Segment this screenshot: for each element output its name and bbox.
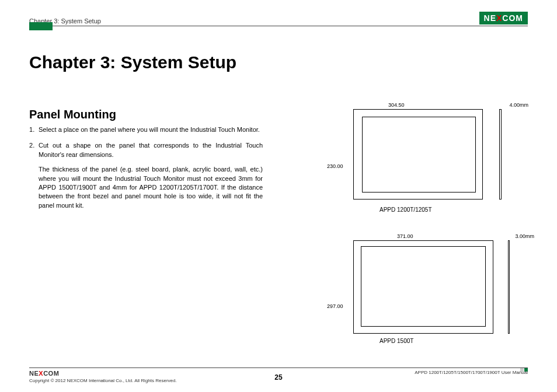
manual-name: APPD 1200T/1205T/1500T/1700T/1900T User … bbox=[415, 370, 528, 375]
logo-text-post: COM bbox=[502, 13, 523, 23]
logo-text-pre: NE bbox=[484, 13, 496, 23]
diagram-appd-1200t: 304.50 4.00mm 230.00 APPD 1200T/1205T bbox=[321, 102, 531, 213]
monitor-outline bbox=[361, 246, 486, 327]
side-profile bbox=[499, 109, 502, 200]
dim-height: 230.00 bbox=[327, 163, 343, 169]
logo-text-x: X bbox=[496, 13, 502, 23]
chapter-title: Chapter 3: System Setup bbox=[29, 52, 236, 72]
footer-left: NEXCOM Copyright © 2012 NEXCOM Internati… bbox=[29, 370, 177, 383]
step-2: Cut out a shape on the panel that corres… bbox=[29, 141, 263, 210]
dim-height: 297.00 bbox=[327, 303, 343, 309]
diagram-appd-1500t: 371.00 3.00mm 297.00 APPD 1500T bbox=[321, 233, 531, 344]
side-profile bbox=[508, 240, 510, 334]
body-text: Select a place on the panel where you wi… bbox=[29, 125, 263, 217]
section-title: Panel Mounting bbox=[29, 108, 116, 121]
dim-width: 304.50 bbox=[388, 102, 405, 108]
step-2-text: Cut out a shape on the panel that corres… bbox=[39, 142, 263, 158]
diagram-caption: APPD 1500T bbox=[380, 338, 413, 344]
step-1: Select a place on the panel where you wi… bbox=[29, 125, 263, 134]
step-2-note: The thickness of the panel (e.g. steel b… bbox=[39, 165, 263, 210]
dim-thickness: 4.00mm bbox=[509, 102, 528, 108]
diagram-caption: APPD 1200T/1205T bbox=[380, 206, 432, 213]
dim-thickness: 3.00mm bbox=[515, 233, 534, 239]
monitor-outline bbox=[362, 117, 476, 192]
footer-logo: NEXCOM bbox=[29, 370, 177, 377]
green-tab-decor bbox=[29, 22, 53, 30]
page-number: 25 bbox=[274, 373, 282, 382]
page-header: Chapter 3: System Setup NEXCOM bbox=[29, 12, 528, 26]
nexcom-logo: NEXCOM bbox=[479, 12, 528, 24]
dim-width: 371.00 bbox=[397, 233, 413, 239]
copyright: Copyright © 2012 NEXCOM International Co… bbox=[29, 378, 177, 383]
diagram-area: 304.50 4.00mm 230.00 APPD 1200T/1205T 37… bbox=[321, 102, 531, 365]
